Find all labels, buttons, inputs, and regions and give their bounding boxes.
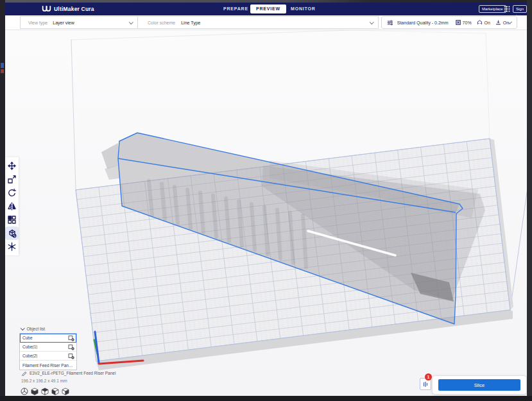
color-scheme-dropdown[interactable]: Color scheme Line Type [137,16,379,29]
error-count-badge: 1 [425,373,432,380]
sliders-icon [387,19,393,26]
chevron-down-icon [508,20,512,24]
chevron-down-icon [129,20,133,24]
infill-icon [456,19,461,26]
app-header: UltiMaker Cura PREPARE PREVIEW MONITOR M… [5,3,527,15]
view-type-dropdown[interactable]: View type Layer view [20,16,138,29]
secondary-toolbar: View type Layer view Color scheme Line T… [5,15,527,30]
view-presets [20,387,69,395]
object-list-title: Object list [27,327,46,331]
app-logo: UltiMaker Cura [42,4,94,13]
object-list: Cube Cube(1) Cube(2) Filament Feed Riser… [19,333,77,370]
rotate-tool[interactable] [5,186,19,200]
desktop-icon-fragment [1,63,4,68]
profile-value: Standard Quality - 0.2mm [397,21,449,25]
sign-in-button[interactable]: Sign in [513,5,527,13]
object-list-item[interactable]: Cube [20,334,76,343]
top-view-icon[interactable] [40,387,49,395]
view-type-value: Layer view [53,21,74,25]
tab-prepare[interactable]: PREPARE [223,3,248,15]
grid-apps-icon[interactable] [504,6,510,12]
per-model-settings-tool[interactable] [5,213,19,226]
app-title: UltiMaker Cura [54,6,94,12]
left-view-icon[interactable] [51,387,59,395]
color-scheme-value: Line Type [181,21,200,25]
desktop-icon-fragment [1,69,4,73]
tab-monitor[interactable]: MONITOR [291,3,316,15]
scale-tool[interactable] [5,173,19,186]
front-view-icon[interactable] [30,387,39,395]
object-list-item[interactable]: Filament Feed Riser Panel.stl [20,361,76,370]
custom-supports-tool[interactable] [5,240,19,253]
object-list-header[interactable]: Object list [21,327,45,331]
support-icon [477,19,483,26]
tab-preview[interactable]: PREVIEW [250,4,286,13]
model-dimensions: 196.2 x 196.2 x 49.1 mm [21,379,67,383]
marketplace-button[interactable]: Marketplace [479,5,506,13]
3d-view-icon[interactable] [20,387,28,395]
adhesion-icon [495,19,501,26]
move-tool[interactable] [5,159,19,173]
project-name: E3V2_ELE-rPETG_Filament Feed Riser Panel [30,371,116,375]
print-settings-summary[interactable]: Standard Quality - 0.2mm 70% On On [381,16,517,29]
ultimaker-mark-icon [42,4,51,13]
view-type-label: View type [28,21,47,25]
build-plate-scene [5,30,527,396]
window-frame-bottom [0,396,532,401]
support-blocker-tool[interactable] [5,226,19,240]
right-view-icon[interactable] [61,387,69,395]
chevron-down-icon [370,20,373,24]
support-value: On [485,21,490,25]
window-frame-right [527,0,532,401]
infill-value: 70% [463,21,472,25]
color-scheme-label: Color scheme [148,21,175,25]
pencil-icon[interactable] [21,370,27,376]
modifier-mesh-icon [68,353,74,359]
modifier-mesh-icon [68,344,74,350]
app-window: UltiMaker Cura PREPARE PREVIEW MONITOR M… [0,0,532,401]
slice-button[interactable]: Slice [438,379,520,391]
object-list-item[interactable]: Cube(2) [20,352,76,361]
mirror-tool[interactable] [5,200,19,213]
chevron-down-icon [21,326,24,330]
modifier-mesh-icon [68,335,74,341]
viewport-3d[interactable]: Object list Cube Cube(1) Cube(2) Filamen… [5,30,527,396]
sliders-vertical-icon [422,381,429,388]
object-list-item[interactable]: Cube(1) [20,343,76,352]
tool-panel [5,157,19,255]
window-frame-left [0,0,5,401]
